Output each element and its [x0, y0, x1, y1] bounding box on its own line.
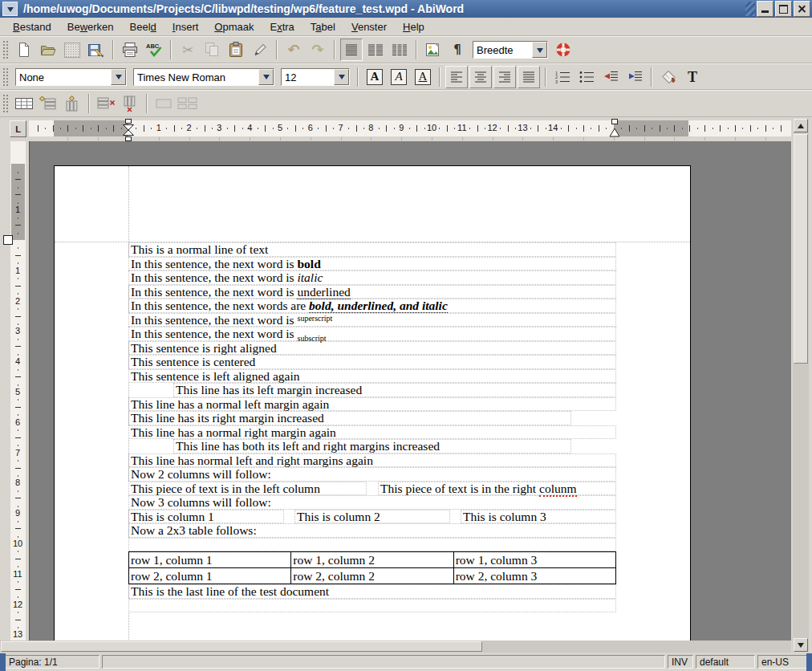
menu-opmaak[interactable]: Opmaak — [206, 19, 262, 35]
align-right-button[interactable] — [493, 66, 516, 88]
size-combo-arrow-button[interactable] — [334, 69, 349, 85]
font-color-button[interactable]: T — [681, 66, 704, 88]
insert-mode-indicator[interactable]: INV — [668, 655, 693, 669]
column-cell[interactable]: This piece of text is in the left column — [128, 482, 367, 496]
minimize-button[interactable] — [757, 1, 773, 17]
view-one-column-button[interactable] — [340, 39, 363, 61]
table-cell[interactable]: row 2, column 1 — [129, 568, 291, 584]
paragraph[interactable]: Now 3 columns will follow: — [128, 495, 616, 510]
paragraph[interactable]: This line has a normal right margin agai… — [128, 425, 616, 440]
table-cell[interactable]: row 1, column 3 — [453, 552, 615, 568]
table-cell[interactable]: row 1, column 1 — [129, 552, 291, 568]
paragraph[interactable]: This is a normal line of text — [128, 242, 616, 257]
paragraph[interactable]: This sentence is right aligned — [128, 341, 616, 356]
open-button[interactable] — [37, 39, 59, 61]
insert-row-button[interactable] — [37, 92, 59, 115]
delete-row-button[interactable] — [95, 92, 117, 115]
print-button[interactable] — [119, 39, 141, 61]
copy-button[interactable] — [201, 39, 223, 61]
bold-button[interactable]: A — [363, 66, 386, 88]
horizontal-scrollbar-thumb[interactable] — [1, 641, 482, 652]
column-cell[interactable]: This is column 1 — [128, 510, 284, 524]
paragraph[interactable]: In this sentence, the next words are bol… — [128, 299, 616, 313]
paragraph[interactable]: Now a 2x3 table follows: — [128, 523, 616, 538]
new-document-button[interactable] — [13, 39, 35, 61]
paragraph[interactable]: In this sentence, the next word is subsc… — [128, 327, 616, 341]
scroll-down-button[interactable] — [794, 638, 808, 652]
paragraph[interactable]: In this sentence, the next word is super… — [128, 313, 616, 327]
font-combo[interactable]: Times New Roman — [133, 68, 274, 86]
window-menu-button[interactable] — [2, 2, 18, 16]
paragraph[interactable]: This sentence is centered — [128, 355, 616, 369]
spellcheck-button[interactable]: ABC — [143, 39, 165, 61]
empty-paragraph[interactable] — [128, 538, 616, 552]
toolbar-grip[interactable] — [2, 40, 8, 59]
split-cells-button[interactable] — [177, 92, 199, 115]
align-justify-button[interactable] — [518, 66, 540, 88]
undo-button[interactable]: ↶ — [282, 39, 305, 61]
zoom-combo[interactable]: Breedte — [473, 41, 548, 59]
menu-bestand[interactable]: Bestand — [5, 19, 59, 35]
title-bar[interactable]: /home/uwog/Documents/Projects/C/libwpd/t… — [0, 0, 812, 18]
horizontal-ruler[interactable]: 1234567891011121314 — [29, 119, 791, 141]
menu-extra[interactable]: Extra — [262, 19, 302, 35]
zoom-combo-arrow-button[interactable] — [532, 42, 547, 58]
cut-button[interactable]: ✂ — [177, 39, 199, 61]
background-color-button[interactable] — [657, 66, 680, 88]
vertical-scrollbar[interactable] — [793, 119, 809, 652]
paragraph[interactable]: This line has its left margin increased — [173, 383, 616, 397]
paste-button[interactable] — [225, 39, 247, 61]
table-cell[interactable]: row 1, column 2 — [291, 552, 453, 568]
top-margin-marker[interactable] — [3, 235, 13, 245]
view-two-columns-button[interactable] — [364, 39, 387, 61]
empty-paragraph[interactable] — [128, 599, 616, 613]
maximize-button[interactable] — [775, 1, 792, 17]
menu-help[interactable]: Help — [395, 19, 432, 35]
scroll-up-button[interactable] — [794, 119, 808, 132]
paragraph[interactable]: This line has normal left and right marg… — [128, 453, 616, 468]
toolbar-grip[interactable] — [2, 94, 8, 113]
paragraph[interactable]: In this sentence, the next word is under… — [128, 285, 616, 299]
paragraph[interactable]: This line has a normal left margin again — [128, 397, 616, 412]
paragraph[interactable]: This sentence is left aligned again — [128, 369, 616, 384]
column-cell[interactable]: This is column 3 — [461, 510, 616, 524]
column-cell[interactable]: This is column 2 — [294, 510, 450, 524]
menu-beeld[interactable]: Beeld — [122, 19, 164, 35]
bullet-list-button[interactable] — [575, 66, 598, 88]
column-cell[interactable]: This piece of text is in the right colun… — [378, 482, 616, 496]
redo-button[interactable]: ↷ — [307, 39, 329, 61]
underline-button[interactable]: A — [412, 66, 434, 88]
style-combo[interactable]: None — [15, 68, 127, 86]
toolbar-grip[interactable] — [2, 67, 8, 87]
format-painter-button[interactable] — [249, 39, 271, 61]
paragraph[interactable]: In this sentence, the next word is itali… — [128, 270, 616, 285]
paragraph[interactable]: This line has its right margin increased — [128, 411, 571, 425]
menu-venster[interactable]: Venster — [343, 19, 395, 35]
insert-table-button[interactable] — [13, 92, 35, 115]
insert-column-button[interactable] — [61, 92, 83, 115]
menu-bewerken[interactable]: Bewerken — [59, 19, 122, 35]
document-page[interactable]: This is a normal line of textIn this sen… — [54, 165, 691, 640]
menu-tabel[interactable]: Tabel — [302, 19, 343, 35]
insert-image-button[interactable] — [422, 39, 445, 61]
increase-indent-button[interactable] — [623, 66, 646, 88]
decrease-indent-button[interactable] — [599, 66, 622, 88]
language-indicator[interactable]: en-US — [757, 655, 807, 669]
paragraph[interactable]: This is the last line of the test docume… — [128, 584, 616, 599]
horizontal-scrollbar[interactable] — [0, 640, 791, 653]
save-button[interactable] — [61, 39, 83, 61]
show-formatting-button[interactable]: ¶ — [446, 39, 469, 61]
italic-button[interactable]: A — [388, 66, 410, 88]
table-cell[interactable]: row 2, column 3 — [453, 568, 615, 584]
table-cell[interactable]: row 2, column 2 — [291, 568, 453, 584]
menu-insert[interactable]: Insert — [164, 19, 207, 35]
font-combo-arrow-button[interactable] — [258, 69, 274, 85]
close-button[interactable] — [794, 1, 810, 17]
merge-cells-button[interactable] — [152, 92, 175, 115]
align-center-button[interactable] — [469, 66, 492, 88]
tab-selector-button[interactable]: L — [10, 120, 26, 137]
size-combo[interactable]: 12 — [281, 68, 350, 86]
numbered-list-button[interactable]: 123 — [551, 66, 574, 88]
align-left-button[interactable] — [445, 66, 468, 88]
help-button[interactable] — [552, 39, 574, 61]
